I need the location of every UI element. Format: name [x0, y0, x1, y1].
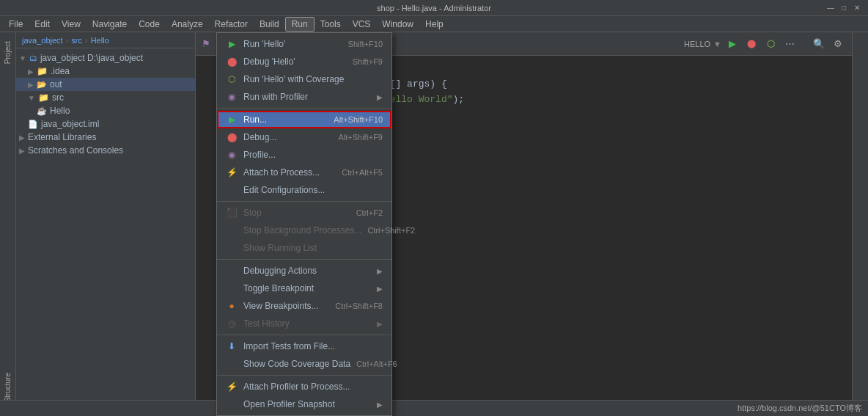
coverage-icon: ⬡ [226, 73, 238, 85]
maximize-button[interactable]: □ [839, 3, 849, 13]
menu-import-tests-label: Import Tests from File... [243, 341, 335, 351]
run-button[interactable]: ▶ [724, 36, 740, 52]
menu-window[interactable]: Window [376, 18, 419, 31]
menu-view-bps[interactable]: ● View Breakpoints... Ctrl+Shift+F8 [217, 297, 391, 315]
menu-refactor[interactable]: Refactor [209, 18, 254, 31]
tree-label-scratches: Scratches and Consoles [28, 145, 123, 156]
menu-tools[interactable]: Tools [315, 18, 347, 31]
tree-label-ext-libs: External Libraries [28, 132, 96, 142]
close-button[interactable]: ✕ [852, 3, 862, 13]
run-dropdown-menu: ▶ Run 'Hello' Shift+F10 ⬤ Debug 'Hello' … [216, 32, 392, 416]
menu-toggle-bp[interactable]: Toggle Breakpoint ▶ [217, 280, 391, 297]
tree-item-java-object[interactable]: ▼ 🗂 java_object D:\java_object [16, 51, 195, 65]
menu-view[interactable]: View [56, 18, 87, 31]
menu-profile-dots[interactable]: ◉ Profile... [217, 146, 391, 164]
menu-stop-label: Stop [243, 208, 262, 218]
menu-debug-dots[interactable]: ⬤ Debug... Alt+Shift+F9 [217, 128, 391, 146]
menu-debug-actions[interactable]: Debugging Actions ▶ [217, 262, 391, 280]
stop-icon: ⬛ [226, 207, 238, 219]
menu-coverage-data[interactable]: Show Code Coverage Data Ctrl+Alt+F6 [217, 355, 391, 373]
nav-icon: ⚑ [202, 38, 210, 49]
dropdown-arrow-icon[interactable]: ▼ [713, 40, 721, 48]
menu-file[interactable]: File [3, 18, 29, 31]
menu-edit[interactable]: Edit [29, 18, 56, 31]
profile-dots-icon: ◉ [226, 149, 238, 161]
folder-icon-src: 📁 [38, 92, 49, 103]
menu-stop-bg-label: Stop Background Processes... [243, 225, 361, 236]
stop-bg-shortcut: Ctrl+Shift+F2 [367, 226, 415, 235]
menu-run[interactable]: Run [285, 17, 315, 32]
breadcrumb-java-object[interactable]: java_object [22, 36, 63, 45]
import-tests-icon: ⬇ [226, 340, 238, 352]
menu-build[interactable]: Build [254, 18, 285, 31]
title-bar: shop - Hello.java - Administrator — □ ✕ [0, 0, 868, 16]
window-controls: — □ ✕ [825, 3, 862, 13]
expand-icon-scratches: ▶ [19, 147, 25, 155]
submenu-arrow-debug: ▶ [377, 267, 383, 275]
menu-run-hello[interactable]: ▶ Run 'Hello' Shift+F10 [217, 35, 391, 53]
edit-configs-icon [226, 184, 238, 196]
debug-icon: ⬤ [226, 56, 238, 67]
menu-attach-process-label: Attach to Process... [243, 167, 320, 178]
xml-icon: 📄 [28, 120, 38, 129]
tree-item-scratches[interactable]: ▶ Scratches and Consoles [16, 144, 195, 157]
debug-dots-shortcut: Alt+Shift+F9 [338, 133, 383, 142]
menu-navigate[interactable]: Navigate [87, 18, 133, 31]
tree-item-hello[interactable]: ☕ Hello [16, 104, 195, 117]
toolbar-hello-label: HELLO [684, 40, 710, 48]
separator-3 [217, 259, 391, 260]
breadcrumb-hello[interactable]: Hello [91, 36, 109, 45]
more-button[interactable]: ⋯ [781, 36, 798, 52]
breadcrumb-src[interactable]: src [71, 36, 82, 45]
tree-item-iml[interactable]: 📄 java_object.iml [16, 117, 195, 131]
menu-open-snapshot[interactable]: Open Profiler Snapshot ▶ [217, 395, 391, 413]
menu-test-history-label: Test History [243, 318, 290, 329]
menu-analyze[interactable]: Analyze [166, 18, 209, 31]
menu-vcs[interactable]: VCS [347, 18, 377, 31]
menu-show-running-label: Show Running List [243, 243, 317, 253]
menu-profile-dots-label: Profile... [243, 150, 276, 160]
tree-item-idea[interactable]: ▶ 📁 .idea [16, 65, 195, 78]
menu-bar: File Edit View Navigate Code Analyze Ref… [0, 16, 868, 32]
menu-run-coverage[interactable]: ⬡ Run 'Hello' with Coverage [217, 70, 391, 88]
menu-debug-actions-label: Debugging Actions [243, 266, 317, 276]
debug-button[interactable]: ⬤ [743, 36, 760, 52]
menu-edit-configs[interactable]: Edit Configurations... [217, 181, 391, 199]
menu-stop-bg[interactable]: Stop Background Processes... Ctrl+Shift+… [217, 222, 391, 239]
separator-1 [217, 108, 391, 109]
coverage-button[interactable]: ⬡ [762, 36, 779, 52]
menu-run-hello-label: Run 'Hello' [243, 39, 285, 49]
search-everywhere-icon[interactable]: 🔍 [811, 36, 827, 52]
menu-debug-hello-label: Debug 'Hello' [243, 56, 295, 67]
menu-debug-hello[interactable]: ⬤ Debug 'Hello' Shift+F9 [217, 53, 391, 70]
menu-show-running[interactable]: Show Running List [217, 239, 391, 257]
tree-item-ext-libs[interactable]: ▶ External Libraries [16, 131, 195, 144]
coverage-data-icon [226, 358, 238, 370]
menu-test-history[interactable]: ◷ Test History ▶ [217, 315, 391, 332]
left-sidebar: Project Structure [0, 32, 16, 416]
menu-attach-process[interactable]: ⚡ Attach to Process... Ctrl+Alt+F5 [217, 164, 391, 181]
main-layout: Project Structure java_object › src › He… [0, 32, 868, 416]
window-title: shop - Hello.java - Administrator [377, 4, 491, 12]
menu-stop[interactable]: ⬛ Stop Ctrl+F2 [217, 204, 391, 222]
view-bps-shortcut: Ctrl+Shift+F8 [335, 302, 383, 310]
menu-code[interactable]: Code [133, 18, 166, 31]
gear-icon[interactable]: ⚙ [830, 36, 846, 52]
tree-item-out[interactable]: ▶ 📂 out [16, 78, 195, 91]
menu-run-dots-label: Run... [243, 114, 267, 125]
menu-attach-profiler-label: Attach Profiler to Process... [243, 382, 350, 392]
tree-item-src[interactable]: ▼ 📁 src [16, 91, 195, 104]
run-dots-icon: ▶ [226, 114, 238, 125]
status-bar: https://blog.csdn.net/@51CTO博客 [0, 400, 868, 416]
menu-edit-configs-label: Edit Configurations... [243, 185, 325, 195]
menu-run-profiler[interactable]: ◉ Run with Profiler ▶ [217, 88, 391, 106]
menu-import-tests[interactable]: ⬇ Import Tests from File... [217, 337, 391, 355]
menu-attach-profiler[interactable]: ⚡ Attach Profiler to Process... [217, 378, 391, 395]
stop-shortcut: Ctrl+F2 [356, 208, 383, 217]
sidebar-tab-project[interactable]: Project [2, 35, 13, 70]
java-icon: ☕ [37, 106, 47, 116]
minimize-button[interactable]: — [825, 3, 836, 13]
menu-run-dots[interactable]: ▶ Run... Alt+Shift+F10 [217, 111, 391, 128]
tree-label-idea: .idea [51, 66, 70, 76]
menu-help[interactable]: Help [419, 18, 449, 31]
